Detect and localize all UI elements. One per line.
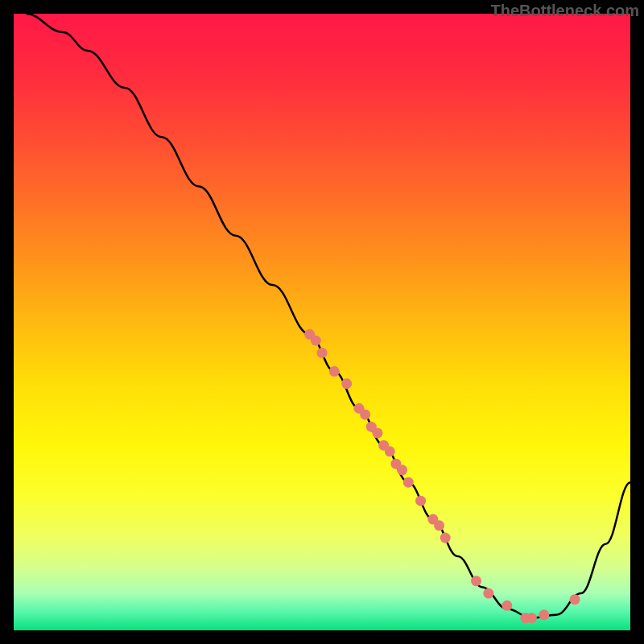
- plot-area: [14, 14, 630, 630]
- data-point: [397, 464, 407, 475]
- data-point: [415, 496, 426, 506]
- data-point: [317, 348, 328, 358]
- chart-container: TheBottleneck.com: [0, 0, 644, 644]
- data-point: [570, 594, 580, 605]
- data-point: [341, 378, 352, 389]
- data-point: [502, 601, 512, 611]
- data-point: [526, 613, 537, 623]
- data-point: [483, 588, 493, 599]
- data-point: [434, 520, 444, 530]
- data-point: [471, 576, 481, 586]
- data-point: [360, 409, 370, 419]
- data-point: [385, 446, 395, 456]
- gradient-background: [14, 14, 630, 630]
- data-point: [372, 427, 382, 438]
- watermark-text: TheBottleneck.com: [491, 2, 639, 20]
- data-point: [539, 609, 549, 620]
- data-point: [329, 366, 340, 377]
- data-point: [311, 335, 321, 345]
- data-point: [440, 533, 451, 543]
- data-point: [403, 477, 414, 488]
- chart-svg: [14, 14, 630, 630]
